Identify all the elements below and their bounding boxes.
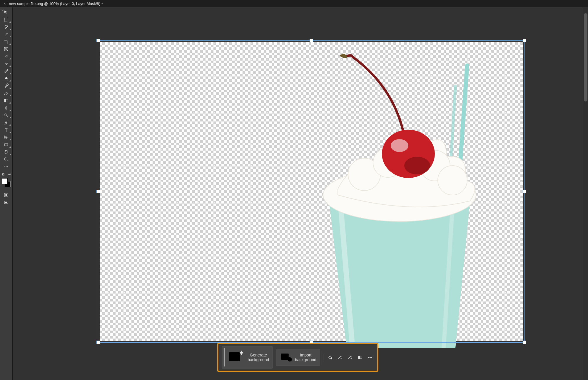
svg-point-26 [288,357,292,362]
scrollbar-thumb[interactable] [584,13,587,101]
svg-point-10 [7,166,8,167]
import-background-label: Import background [295,353,316,362]
foreground-color-swatch[interactable] [2,178,8,184]
svg-rect-25 [281,354,289,360]
transform-handle-top-center[interactable] [310,39,313,42]
transform-bounding-box[interactable] [98,40,525,343]
brush-tool[interactable] [1,68,11,74]
transform-handle-bottom-right[interactable] [523,341,526,344]
svg-point-7 [4,158,7,160]
svg-point-5 [5,114,7,116]
vertical-scrollbar[interactable] [583,7,588,380]
blur-tool[interactable] [1,105,11,111]
svg-point-31 [371,357,372,358]
svg-point-30 [370,357,371,358]
import-background-button[interactable]: Import background [276,349,320,366]
more-options-icon[interactable] [366,354,374,361]
path-selection-tool[interactable] [1,134,11,141]
tool-panel: ◩⇄ [0,7,13,380]
rectangle-shape-tool[interactable] [1,141,11,148]
pen-tool[interactable] [1,119,11,126]
history-brush-tool[interactable] [1,83,11,89]
transform-handle-top-left[interactable] [96,39,100,42]
color-swatches[interactable] [2,178,11,187]
quick-mask-mode[interactable] [1,192,11,198]
contextual-task-bar: Generate background Import background [218,344,377,371]
svg-rect-4 [4,99,6,102]
canvas[interactable] [100,42,523,341]
object-selection-tool[interactable] [1,31,11,38]
dodge-tool[interactable] [1,112,11,119]
lasso-tool[interactable] [1,24,11,30]
spot-healing-brush-tool[interactable] [1,61,11,67]
tab-close-button[interactable]: × [2,1,8,6]
rectangular-marquee-tool[interactable] [1,16,11,23]
gradient-tool[interactable] [1,97,11,104]
move-tool[interactable] [1,9,11,16]
eraser-tool[interactable] [1,90,11,96]
zoom-tool[interactable] [1,156,11,163]
svg-rect-6 [5,144,8,146]
workspace: Generate background Import background [13,7,583,380]
transform-handle-top-right[interactable] [523,39,526,42]
remove-background-fill-icon[interactable] [326,354,334,361]
subtract-from-mask-icon[interactable] [336,354,344,361]
add-to-mask-icon[interactable] [346,354,354,361]
svg-rect-28 [358,356,360,359]
document-tab-title[interactable]: new-sample-file.png @ 100% (Layer 0, Lay… [8,1,104,6]
crop-tool[interactable] [1,39,11,45]
transform-handle-bottom-left[interactable] [96,341,100,344]
svg-rect-14 [5,202,7,203]
document-tab-bar: × new-sample-file.png @ 100% (Layer 0, L… [0,0,588,7]
image-sparkle-icon [227,348,245,366]
svg-point-29 [368,357,369,358]
context-bar-separator [323,354,323,361]
swap-colors-icon[interactable]: ⇄ [8,173,11,176]
image-import-icon [280,351,293,364]
svg-point-8 [4,166,5,167]
transform-handle-middle-left[interactable] [96,190,100,193]
generate-background-button[interactable]: Generate background [222,346,273,369]
eyedropper-tool[interactable] [1,53,11,60]
type-tool[interactable] [1,127,11,133]
invert-mask-icon[interactable] [356,354,364,361]
contextual-task-bar-highlight: Generate background Import background [217,343,378,372]
svg-point-12 [5,194,7,196]
svg-rect-0 [4,18,8,21]
screen-mode[interactable] [1,199,11,206]
svg-point-9 [6,166,7,167]
frame-tool[interactable] [1,46,11,52]
hand-tool[interactable] [1,149,11,155]
edit-toolbar[interactable] [1,164,11,170]
generate-background-label: Generate background [248,353,269,362]
transform-handle-middle-right[interactable] [523,190,526,193]
clone-stamp-tool[interactable] [1,75,11,82]
default-colors-icon[interactable]: ◩ [2,173,4,176]
